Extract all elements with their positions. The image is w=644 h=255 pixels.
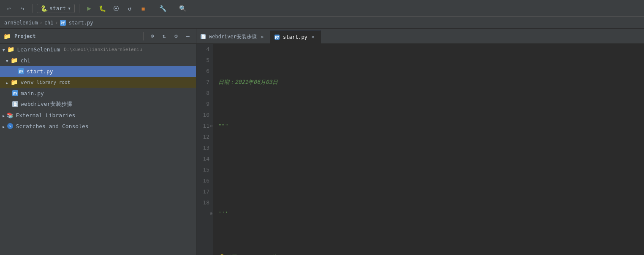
- folder-closed-icon-ext: [3, 112, 6, 118]
- library-root-badge: library root: [37, 80, 70, 85]
- separator-2: [79, 4, 79, 13]
- tab-startpy[interactable]: py start.py ✕: [270, 30, 321, 43]
- search-button[interactable]: 🔍: [177, 3, 188, 14]
- sidebar-item-mainpy[interactable]: py main.py: [0, 88, 196, 99]
- code-line-6: [218, 164, 639, 175]
- breadcrumb: arnSelenium › ch1 › py start.py: [0, 17, 644, 29]
- main-layout: 📁 Project ⊕ ⇅ ⚙ – 📁 LearnSelenium D:\xue…: [0, 29, 644, 255]
- folder-closed-icon-scratches: [3, 123, 6, 129]
- rerun-button[interactable]: ↺: [124, 3, 135, 14]
- debug-button[interactable]: 🐛: [97, 3, 108, 14]
- sidebar-title: Project: [14, 33, 139, 39]
- code-docstring-5: """: [218, 121, 228, 132]
- code-empty-6: [218, 164, 222, 175]
- fold-icon-5[interactable]: ⊖: [210, 121, 213, 132]
- code-line-7: ⊖ ''': [218, 208, 639, 219]
- folder-icon-venv: 📁: [11, 79, 18, 86]
- sidebar-label-learnselenium: LearnSelenium: [17, 46, 60, 53]
- tab-close-startpy[interactable]: ✕: [310, 34, 316, 40]
- tab-icon-webdriver: 📄: [201, 34, 206, 39]
- redo-button[interactable]: ↪: [17, 3, 28, 14]
- sidebar: 📁 Project ⊕ ⇅ ⚙ – 📁 LearnSelenium D:\xue…: [0, 29, 196, 255]
- run-config-arrow: ▾: [68, 5, 71, 11]
- lightbulb-icon[interactable]: 💡: [218, 252, 226, 255]
- folder-icon-ch1: 📁: [11, 57, 18, 64]
- text-icon-webdriver: 📄: [12, 101, 18, 107]
- sidebar-item-startpy[interactable]: py start.py: [0, 66, 196, 77]
- sidebar-label-startpy: start.py: [27, 68, 53, 75]
- editor-area: 📄 webdriver安装步骤 ✕ py start.py ✕ 4 5 6 7 …: [196, 29, 644, 255]
- sidebar-item-webdriver-doc[interactable]: 📄 webdriver安装步骤: [0, 99, 196, 110]
- python-icon-startpy: py: [18, 68, 24, 74]
- breadcrumb-ch1[interactable]: ch1: [44, 20, 54, 26]
- separator-1: [32, 4, 33, 13]
- library-icon-ext: 📚: [7, 112, 13, 118]
- breadcrumb-file[interactable]: start.py: [69, 20, 93, 26]
- sidebar-header: 📁 Project ⊕ ⇅ ⚙ –: [0, 29, 196, 44]
- code-webdriver-env: 配置webdriver环境: [226, 252, 278, 255]
- project-folder-icon: 📁: [3, 33, 11, 40]
- sidebar-item-external-libraries[interactable]: 📚 External Libraries: [0, 110, 196, 121]
- code-line-4: 日期：2021年06月03日: [218, 77, 639, 88]
- fold-icon-7[interactable]: ⊖: [210, 208, 213, 219]
- folder-closed-icon-venv: [6, 79, 9, 86]
- code-line-8: 💡配置webdriver环境: [218, 252, 639, 255]
- sidebar-label-external-libraries: External Libraries: [16, 112, 75, 118]
- toolbar: ↩ ↪ 🐍 start ▾ ▶ 🐛 ⦿ ↺ ◼ 🔧 🔍: [0, 0, 644, 17]
- code-quote-7: ''': [218, 208, 228, 219]
- collapse-all-button[interactable]: ⇅: [160, 32, 169, 41]
- python-icon-mainpy: py: [12, 90, 18, 96]
- tab-icon-startpy: py: [274, 35, 280, 40]
- settings-button[interactable]: ⚙: [171, 32, 181, 41]
- sidebar-item-ch1[interactable]: 📁 ch1: [0, 55, 196, 66]
- run-config-selector[interactable]: 🐍 start ▾: [37, 4, 75, 13]
- run-config-label: start: [49, 5, 66, 11]
- sidebar-label-venv: venv: [20, 79, 33, 86]
- tab-webdriver[interactable]: 📄 webdriver安装步骤 ✕: [196, 30, 270, 43]
- sidebar-label-webdriver: webdriver安装步骤: [21, 100, 72, 108]
- line-numbers: 4 5 6 7 8 9 10 11 12 13 14 15 16 17 18: [196, 44, 213, 255]
- coverage-button[interactable]: ⦿: [111, 3, 122, 14]
- sidebar-label-mainpy: main.py: [21, 90, 44, 97]
- sidebar-item-learnselenium[interactable]: 📁 LearnSelenium D:\xuexi\lianxi\LearnSel…: [0, 44, 196, 55]
- undo-button[interactable]: ↩: [3, 3, 14, 14]
- sidebar-label-ch1: ch1: [20, 57, 30, 64]
- run-button[interactable]: ▶: [84, 3, 95, 14]
- tabs-bar: 📄 webdriver安装步骤 ✕ py start.py ✕: [196, 29, 644, 44]
- separator-3: [153, 4, 153, 13]
- separator-4: [173, 4, 173, 13]
- folder-open-icon-ch1: [6, 57, 9, 64]
- sidebar-tree: 📁 LearnSelenium D:\xuexi\lianxi\LearnSel…: [0, 44, 196, 255]
- code-content: 日期：2021年06月03日 ⊖ """ ⊖ ''' 💡配: [213, 44, 644, 255]
- sidebar-label-scratches: Scratches and Consoles: [16, 123, 88, 129]
- new-file-button[interactable]: ⊕: [148, 32, 157, 41]
- sidebar-item-venv[interactable]: 📁 venv library root: [0, 77, 196, 88]
- minimize-sidebar-button[interactable]: –: [183, 32, 193, 41]
- tab-label-webdriver: webdriver安装步骤: [209, 33, 257, 40]
- sidebar-item-scratches[interactable]: ✎ Scratches and Consoles: [0, 121, 196, 132]
- folder-icon-learnselenium: 📁: [7, 46, 14, 53]
- code-date-comment: 日期：2021年06月03日: [218, 77, 278, 88]
- folder-open-icon: [3, 46, 6, 53]
- code-line-5: ⊖ """: [218, 121, 639, 132]
- run-config-icon: 🐍: [41, 5, 48, 12]
- scratches-icon: ✎: [7, 123, 13, 129]
- sidebar-path-learnselenium: D:\xuexi\lianxi\LearnSeleniu: [64, 47, 142, 52]
- tab-label-startpy: start.py: [283, 34, 307, 40]
- breadcrumb-file-icon: py: [60, 20, 66, 26]
- code-editor[interactable]: 4 5 6 7 8 9 10 11 12 13 14 15 16 17 18 日…: [196, 44, 644, 255]
- tab-close-webdriver[interactable]: ✕: [259, 33, 266, 40]
- breadcrumb-root[interactable]: arnSelenium: [4, 20, 38, 26]
- build-button[interactable]: 🔧: [158, 3, 168, 14]
- stop-button[interactable]: ◼: [138, 3, 149, 14]
